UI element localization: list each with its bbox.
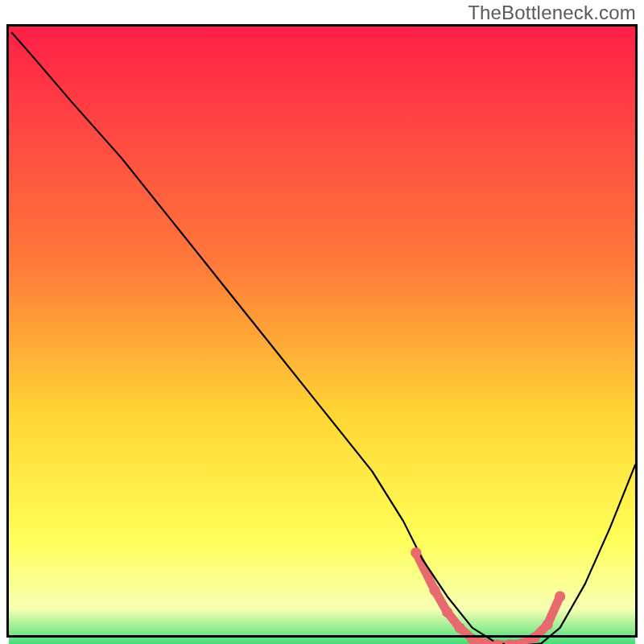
curve-layer <box>9 27 635 644</box>
highlight-dot <box>442 607 452 617</box>
highlight-dot <box>542 619 552 630</box>
highlight-dot <box>429 585 440 596</box>
highlight-segment-under <box>416 553 560 644</box>
bottleneck-curve <box>12 33 635 644</box>
chart-container: TheBottleneck.com <box>0 0 644 644</box>
plot-area <box>6 24 638 638</box>
watermark-text: TheBottleneck.com <box>468 2 636 24</box>
highlight-dot <box>467 634 477 644</box>
highlight-dot <box>411 547 421 558</box>
highlight-dot <box>555 591 565 601</box>
highlight-dot <box>455 622 465 633</box>
highlight-dot <box>530 632 540 642</box>
